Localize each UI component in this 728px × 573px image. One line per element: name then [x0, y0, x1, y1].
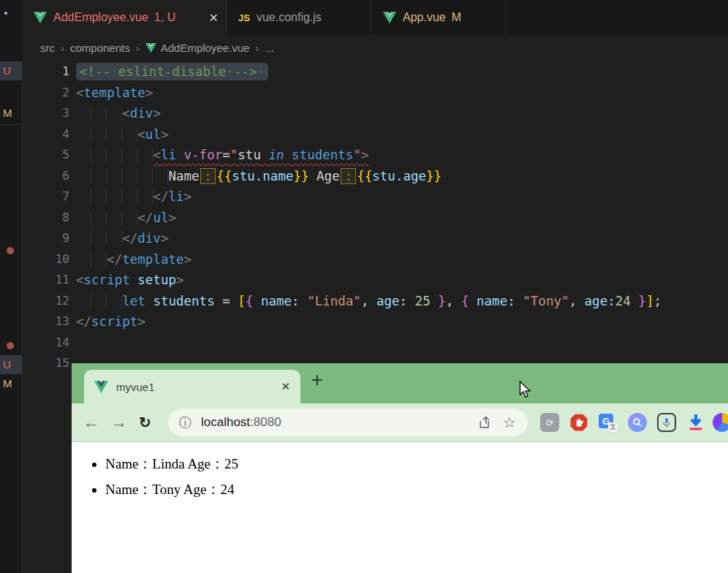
indent-guides	[76, 106, 122, 121]
code-token: stu.age	[372, 169, 426, 183]
url-text[interactable]: localhost:8080	[201, 415, 281, 430]
lens-search-icon[interactable]	[628, 413, 647, 432]
tab-vue-config-js[interactable]: JS vue.config.js	[227, 0, 371, 35]
line-number: 3	[22, 103, 69, 124]
code-line-content: </ul>	[69, 208, 176, 229]
code-token: ul	[153, 210, 168, 225]
tab-app-vue[interactable]: App.vue M	[371, 0, 507, 35]
code-token: }	[438, 294, 446, 308]
bookmark-star-icon[interactable]: ☆	[503, 414, 516, 431]
code-token: 25	[415, 294, 431, 308]
code-token	[469, 294, 477, 308]
breadcrumb-item-src[interactable]: src	[40, 42, 55, 54]
code-token: let	[122, 294, 145, 308]
line-number: 11	[22, 270, 69, 291]
code-token: in	[268, 148, 284, 162]
code-token: >	[153, 106, 161, 121]
code-line-content: <template>	[69, 83, 153, 104]
code-token: template	[84, 86, 145, 100]
close-browser-tab-icon[interactable]: ✕	[281, 380, 290, 393]
tab-addemployee-vue[interactable]: AddEmployee.vue 1, U ✕	[22, 0, 227, 35]
code-token: ]	[646, 294, 654, 308]
vue-file-icon	[145, 43, 156, 53]
error-dot-badge	[7, 247, 14, 254]
code-token	[253, 294, 261, 308]
address-bar[interactable]: ⓘ localhost:8080 ☆	[168, 409, 528, 436]
tab-modified-badge: M	[452, 11, 461, 24]
code-token: div	[137, 231, 161, 246]
indent-guides	[76, 252, 107, 267]
download-icon[interactable]	[686, 413, 705, 432]
code-token: }}	[426, 169, 441, 183]
back-button[interactable]: ←	[83, 413, 99, 432]
indent-guides	[76, 210, 137, 225]
forward-button[interactable]: →	[111, 413, 127, 432]
google-translate-icon[interactable]: G 文	[599, 413, 618, 432]
code-token: ,	[569, 294, 585, 308]
close-tab-icon[interactable]: ✕	[200, 11, 219, 25]
code-token: ·	[257, 64, 265, 79]
git-status-badge-modified[interactable]: M	[3, 374, 19, 393]
code-line: 4 <ul>	[22, 124, 728, 145]
indent-guides	[76, 148, 153, 162]
code-token: </	[137, 210, 153, 225]
code-token: </	[153, 189, 168, 204]
code-token: {	[461, 294, 469, 308]
code-token: name:	[261, 294, 300, 308]
share-icon[interactable]	[478, 415, 493, 430]
partial-extension-icon[interactable]	[713, 413, 728, 432]
code-token	[300, 294, 308, 308]
translate-sub: 文	[608, 422, 618, 432]
code-token: </	[122, 231, 137, 246]
code-token: stu.name	[232, 169, 293, 183]
code-token	[515, 294, 523, 308]
line-number: 5	[22, 145, 69, 166]
breadcrumb-item-file[interactable]: AddEmployee.vue	[161, 42, 250, 54]
git-status-badge-untracked[interactable]: U	[3, 61, 19, 80]
code-line: 12 let students = [{ name: "Linda", age:…	[22, 291, 728, 312]
browser-tab-strip: myvue1 ✕ +	[72, 363, 728, 403]
code-token: li	[168, 189, 183, 204]
code-token: "	[353, 148, 361, 162]
code-token	[631, 294, 639, 308]
code-line-content: </div>	[69, 228, 168, 249]
git-status-badge-modified[interactable]: M	[3, 104, 19, 123]
code-token: ·	[110, 64, 118, 79]
code-token: <!--	[80, 64, 110, 79]
code-token: }}	[293, 169, 308, 183]
code-token: <	[137, 127, 145, 142]
voice-mic-icon[interactable]	[657, 413, 676, 432]
code-token	[145, 294, 153, 308]
url-port: :8080	[250, 415, 281, 429]
code-line: 9 </div>	[22, 228, 728, 249]
site-info-icon[interactable]: ⓘ	[179, 414, 192, 431]
code-token: Name	[168, 169, 199, 183]
explorer-section-divider	[0, 124, 22, 125]
code-token: <	[153, 148, 161, 162]
line-number: 10	[22, 249, 69, 270]
code-token: age:	[585, 294, 615, 308]
code-token: >	[161, 231, 169, 246]
new-tab-button[interactable]: +	[311, 369, 323, 392]
line-number: 15	[22, 353, 69, 374]
code-token: </	[107, 252, 122, 267]
mouse-cursor	[519, 381, 531, 402]
git-status-badge-untracked[interactable]: U	[3, 355, 19, 374]
adblock-hand-icon[interactable]	[569, 413, 588, 432]
sync-extension-icon[interactable]: ⟳	[540, 413, 559, 432]
code-token: >	[184, 189, 192, 204]
code-token: }	[638, 294, 646, 308]
reload-button[interactable]: ↻	[139, 414, 151, 431]
breadcrumb-item-components[interactable]: components	[70, 42, 130, 54]
code-token: =	[215, 294, 238, 308]
browser-tab-myvue1[interactable]: myvue1 ✕	[84, 370, 300, 403]
breadcrumb-symbol-ellipsis[interactable]: ...	[265, 42, 274, 54]
tab-label: AddEmployee.vue	[53, 11, 148, 24]
code-line-content: <ul>	[69, 124, 168, 145]
indent-guides	[76, 169, 168, 183]
code-token: setup	[137, 273, 176, 287]
code-token: ul	[145, 127, 161, 142]
code-token: <	[76, 273, 84, 287]
code-line: 13</script>	[22, 311, 728, 333]
code-token: ;	[653, 294, 661, 308]
